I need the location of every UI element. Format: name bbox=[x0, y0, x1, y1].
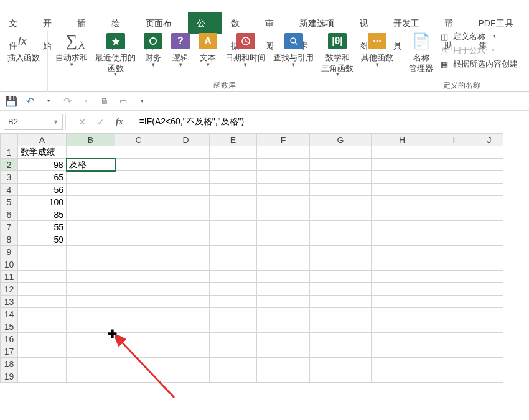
cell-J16[interactable] bbox=[475, 333, 503, 345]
cell-H16[interactable] bbox=[372, 333, 433, 345]
col-header-I[interactable]: I bbox=[433, 134, 475, 146]
cell-I12[interactable] bbox=[433, 283, 475, 296]
col-header-A[interactable]: A bbox=[18, 134, 67, 146]
cell-H17[interactable] bbox=[372, 345, 433, 358]
cell-F5[interactable] bbox=[257, 196, 310, 208]
cell-D6[interactable] bbox=[162, 208, 210, 221]
cell-J11[interactable] bbox=[475, 271, 503, 283]
accept-formula-icon[interactable]: ✓ bbox=[97, 117, 105, 127]
row-header-3[interactable]: 3 bbox=[1, 171, 18, 184]
spreadsheet-grid[interactable]: ABCDEFGHIJ1数学成绩298及格36545651006857558599… bbox=[0, 133, 529, 383]
lookup-button[interactable]: 查找与引用▾ bbox=[269, 31, 317, 77]
row-header-10[interactable]: 10 bbox=[1, 258, 18, 271]
cell-C13[interactable] bbox=[115, 296, 162, 308]
row-header-1[interactable]: 1 bbox=[1, 146, 18, 159]
cell-D5[interactable] bbox=[162, 196, 210, 208]
cell-F14[interactable] bbox=[257, 308, 310, 320]
cell-H13[interactable] bbox=[372, 296, 433, 308]
cell-C19[interactable] bbox=[115, 370, 162, 383]
cell-B14[interactable] bbox=[67, 308, 115, 320]
cell-H9[interactable] bbox=[372, 246, 433, 258]
cell-G13[interactable] bbox=[310, 296, 372, 308]
row-header-5[interactable]: 5 bbox=[1, 196, 18, 208]
save-icon[interactable]: 💾 bbox=[5, 95, 17, 108]
cell-G17[interactable] bbox=[310, 345, 372, 358]
cell-A3[interactable]: 65 bbox=[18, 171, 67, 184]
recent-button[interactable]: ★ 最近使用的 函数▾ bbox=[91, 31, 139, 77]
row-header-9[interactable]: 9 bbox=[1, 246, 18, 258]
cell-D8[interactable] bbox=[162, 233, 210, 246]
undo-dropdown[interactable]: ▾ bbox=[42, 95, 55, 107]
cell-A2[interactable]: 98 bbox=[18, 159, 67, 171]
cell-E12[interactable] bbox=[210, 283, 257, 296]
cell-F6[interactable] bbox=[257, 208, 310, 221]
cell-B19[interactable] bbox=[67, 370, 115, 383]
cell-I18[interactable] bbox=[433, 358, 475, 370]
cell-I16[interactable] bbox=[433, 333, 475, 345]
col-header-G[interactable]: G bbox=[310, 134, 372, 146]
cell-B3[interactable] bbox=[67, 171, 115, 184]
cell-B9[interactable] bbox=[67, 246, 115, 258]
cell-J18[interactable] bbox=[475, 358, 503, 370]
cell-J5[interactable] bbox=[475, 196, 503, 208]
cell-H18[interactable] bbox=[372, 358, 433, 370]
row-header-19[interactable]: 19 bbox=[1, 370, 18, 383]
touch-mode-icon[interactable]: ▭ bbox=[117, 95, 129, 108]
cell-E14[interactable] bbox=[210, 308, 257, 320]
cell-A17[interactable] bbox=[18, 345, 67, 358]
cell-A14[interactable] bbox=[18, 308, 67, 320]
other-fn-button[interactable]: ··· 其他函数▾ bbox=[357, 31, 397, 77]
cell-C18[interactable] bbox=[115, 358, 162, 370]
cell-B6[interactable] bbox=[67, 208, 115, 221]
cell-E19[interactable] bbox=[210, 370, 257, 383]
cell-D3[interactable] bbox=[162, 171, 210, 184]
cell-I17[interactable] bbox=[433, 345, 475, 358]
select-all-corner[interactable] bbox=[1, 134, 18, 146]
cell-I5[interactable] bbox=[433, 196, 475, 208]
row-header-12[interactable]: 12 bbox=[1, 283, 18, 296]
row-header-4[interactable]: 4 bbox=[1, 184, 18, 196]
cell-A13[interactable] bbox=[18, 296, 67, 308]
cell-D17[interactable] bbox=[162, 345, 210, 358]
col-header-B[interactable]: B bbox=[67, 134, 115, 146]
cell-I3[interactable] bbox=[433, 171, 475, 184]
cell-A9[interactable] bbox=[18, 246, 67, 258]
cell-B17[interactable] bbox=[67, 345, 115, 358]
cell-E4[interactable] bbox=[210, 184, 257, 196]
cell-D19[interactable] bbox=[162, 370, 210, 383]
cell-B2[interactable]: 及格 bbox=[67, 159, 115, 171]
row-header-7[interactable]: 7 bbox=[1, 221, 18, 233]
cell-A4[interactable]: 56 bbox=[18, 184, 67, 196]
cell-G11[interactable] bbox=[310, 271, 372, 283]
cell-A18[interactable] bbox=[18, 358, 67, 370]
cell-C10[interactable] bbox=[115, 258, 162, 271]
cell-J10[interactable] bbox=[475, 258, 503, 271]
cell-J3[interactable] bbox=[475, 171, 503, 184]
define-name-button[interactable]: ◫定义名称▾ bbox=[439, 31, 518, 42]
cell-B1[interactable] bbox=[67, 146, 115, 159]
cell-J15[interactable] bbox=[475, 320, 503, 333]
cell-I19[interactable] bbox=[433, 370, 475, 383]
math-button[interactable]: |θ| 数学和 三角函数▾ bbox=[317, 31, 357, 77]
cell-I13[interactable] bbox=[433, 296, 475, 308]
cell-G9[interactable] bbox=[310, 246, 372, 258]
cell-H4[interactable] bbox=[372, 184, 433, 196]
cell-H15[interactable] bbox=[372, 320, 433, 333]
cell-E17[interactable] bbox=[210, 345, 257, 358]
cell-J12[interactable] bbox=[475, 283, 503, 296]
cell-A8[interactable]: 59 bbox=[18, 233, 67, 246]
cell-A12[interactable] bbox=[18, 283, 67, 296]
cell-G10[interactable] bbox=[310, 258, 372, 271]
fx-icon[interactable]: fx bbox=[116, 117, 123, 127]
cell-D13[interactable] bbox=[162, 296, 210, 308]
cell-F18[interactable] bbox=[257, 358, 310, 370]
cell-I2[interactable] bbox=[433, 159, 475, 171]
preview-icon[interactable]: 🗎 bbox=[98, 95, 111, 108]
cell-F7[interactable] bbox=[257, 221, 310, 233]
cell-G1[interactable] bbox=[310, 146, 372, 159]
col-header-E[interactable]: E bbox=[210, 134, 257, 146]
cell-C1[interactable] bbox=[115, 146, 162, 159]
cell-G6[interactable] bbox=[310, 208, 372, 221]
cell-H19[interactable] bbox=[372, 370, 433, 383]
cell-I6[interactable] bbox=[433, 208, 475, 221]
